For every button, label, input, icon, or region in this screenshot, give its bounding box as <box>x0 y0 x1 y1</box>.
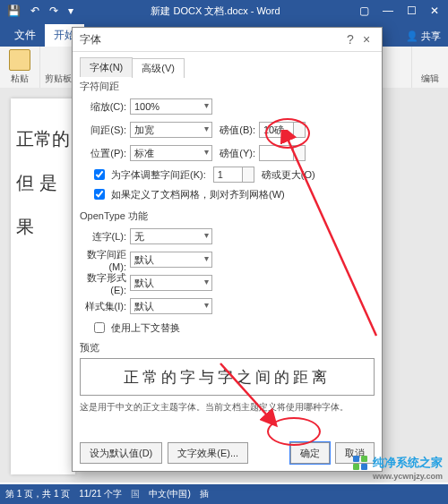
dialog-help-icon[interactable]: ? <box>342 32 358 47</box>
section-preview: 预览 <box>80 341 375 355</box>
contextual-checkbox[interactable] <box>94 322 105 333</box>
dialog-title: 字体 <box>80 32 101 47</box>
ligatures-select[interactable]: 无 <box>130 228 212 244</box>
spinner-arrows-icon[interactable]: ▲▼ <box>246 167 252 181</box>
window-controls: ▢ — ☐ ✕ <box>354 3 444 19</box>
row-scale: 缩放(C): 100% <box>80 97 375 116</box>
section-opentype: OpenType 功能 <box>80 209 375 223</box>
ribbon-options-icon[interactable]: ▢ <box>354 3 375 19</box>
position-select[interactable]: 标准 <box>130 145 212 161</box>
tab-advanced[interactable]: 高级(V) <box>132 58 185 78</box>
snap-grid-checkbox[interactable] <box>94 189 105 200</box>
snap-grid-label: 如果定义了文档网格，则对齐到网格(W) <box>111 188 285 201</box>
spinner-arrows-icon[interactable]: ▲▼ <box>297 145 303 159</box>
close-icon[interactable]: ✕ <box>425 3 444 19</box>
num-spacing-label: 数字间距(M): <box>80 248 130 272</box>
font-dialog: 字体 ? × 字体(N) 高级(V) 字符间距 缩放(C): 100% 间距(S… <box>72 27 383 472</box>
row-position: 位置(P): 标准 磅值(Y): ▲▼ <box>80 143 375 163</box>
ligatures-label: 连字(L): <box>80 230 130 243</box>
undo-icon[interactable]: ↶ <box>27 3 43 19</box>
position-label: 位置(P): <box>80 147 130 160</box>
kerning-spinner[interactable]: 1 ▲▼ <box>213 167 254 183</box>
clipboard-group: 粘贴 <box>0 47 40 88</box>
page[interactable]: 正常的 但 是 果 <box>11 98 75 474</box>
minimize-icon[interactable]: — <box>377 3 399 19</box>
contextual-label: 使用上下文替换 <box>111 321 180 335</box>
set-default-button[interactable]: 设为默认值(D) <box>80 442 162 464</box>
maximize-icon[interactable]: ☐ <box>401 3 422 19</box>
status-lang-icon[interactable]: 国 <box>131 488 140 500</box>
qat-more-icon[interactable]: ▾ <box>65 3 77 19</box>
kerning-unit: 磅或更大(O) <box>262 168 315 182</box>
save-icon[interactable]: 💾 <box>4 3 24 19</box>
spacing-select[interactable]: 加宽 <box>130 122 212 138</box>
kerning-row: 为字体调整字间距(K): 1 ▲▼ 磅或更大(O) <box>90 167 375 183</box>
edit-group-label: 编辑 <box>421 73 439 85</box>
row-spacing: 间距(S): 加宽 磅值(B): 10磅 ▲▼ <box>80 120 375 140</box>
dialog-tabs: 字体(N) 高级(V) <box>73 52 382 77</box>
window-title: 新建 DOCX 文档.docx - Word <box>77 4 354 18</box>
spinner-arrows-icon[interactable]: ▲▼ <box>297 122 303 136</box>
num-form-select[interactable]: 默认 <box>130 275 212 291</box>
kerning-checkbox[interactable] <box>94 169 105 180</box>
doc-line: 但 是 <box>16 171 70 195</box>
point-y-label: 磅值(Y): <box>212 147 259 160</box>
point-y-spinner[interactable]: ▲▼ <box>259 145 306 161</box>
paste-icon[interactable] <box>9 49 30 71</box>
tab-file[interactable]: 文件 <box>5 24 45 47</box>
styleset-select[interactable]: 默认 <box>130 298 212 314</box>
edit-group: 编辑 <box>411 47 448 88</box>
contextual-row: 使用上下文替换 <box>90 320 375 336</box>
dialog-footer: 设为默认值(D) 文字效果(E)... 确定 取消 <box>80 442 375 464</box>
num-form-label: 数字形式(E): <box>80 271 130 295</box>
num-spacing-select[interactable]: 默认 <box>130 252 212 268</box>
preview-note: 这是用于中文的正文主题字体。当前文档主题定义将使用哪种字体。 <box>80 401 375 414</box>
kerning-label: 为字体调整字间距(K): <box>111 168 206 182</box>
section-char-spacing: 字符间距 <box>80 80 375 93</box>
tab-font[interactable]: 字体(N) <box>80 57 133 77</box>
spacing-label: 间距(S): <box>80 124 130 137</box>
status-page[interactable]: 第 1 页，共 1 页 <box>5 488 70 500</box>
grid-row: 如果定义了文档网格，则对齐到网格(W) <box>90 186 375 202</box>
doc-line: 果 <box>16 215 70 239</box>
ok-button[interactable]: 确定 <box>290 442 330 464</box>
status-insert-mode[interactable]: 插 <box>200 488 209 500</box>
paste-label: 粘贴 <box>11 73 29 85</box>
share-button[interactable]: 👤 共享 <box>399 26 448 47</box>
clipboard-group-label: 剪贴板 <box>45 73 72 85</box>
redo-icon[interactable]: ↷ <box>46 3 62 19</box>
styleset-label: 样式集(I): <box>80 300 130 313</box>
dialog-body: 字符间距 缩放(C): 100% 间距(S): 加宽 磅值(B): 10磅 ▲▼… <box>80 76 375 431</box>
doc-line: 正常的 <box>16 127 70 151</box>
text-effects-button[interactable]: 文字效果(E)... <box>168 442 248 464</box>
dialog-title-bar: 字体 ? × <box>73 28 382 52</box>
title-bar: 💾 ↶ ↷ ▾ 新建 DOCX 文档.docx - Word ▢ — ☐ ✕ <box>0 0 448 21</box>
quick-access-toolbar: 💾 ↶ ↷ ▾ <box>4 3 77 19</box>
cancel-button[interactable]: 取消 <box>335 442 375 464</box>
point-b-spinner[interactable]: 10磅 ▲▼ <box>259 122 306 138</box>
point-b-label: 磅值(B): <box>212 124 259 137</box>
status-language[interactable]: 中文(中国) <box>149 488 191 500</box>
status-bar: 第 1 页，共 1 页 11/21 个字 国 中文(中国) 插 <box>0 484 448 504</box>
status-word-count[interactable]: 11/21 个字 <box>79 488 122 500</box>
preview-box: 正常的字与字之间的距离 <box>80 358 375 396</box>
scale-select[interactable]: 100% <box>130 98 212 115</box>
share-icon: 👤 <box>406 30 418 41</box>
dialog-close-icon[interactable]: × <box>358 32 375 47</box>
scale-label: 缩放(C): <box>80 100 130 114</box>
